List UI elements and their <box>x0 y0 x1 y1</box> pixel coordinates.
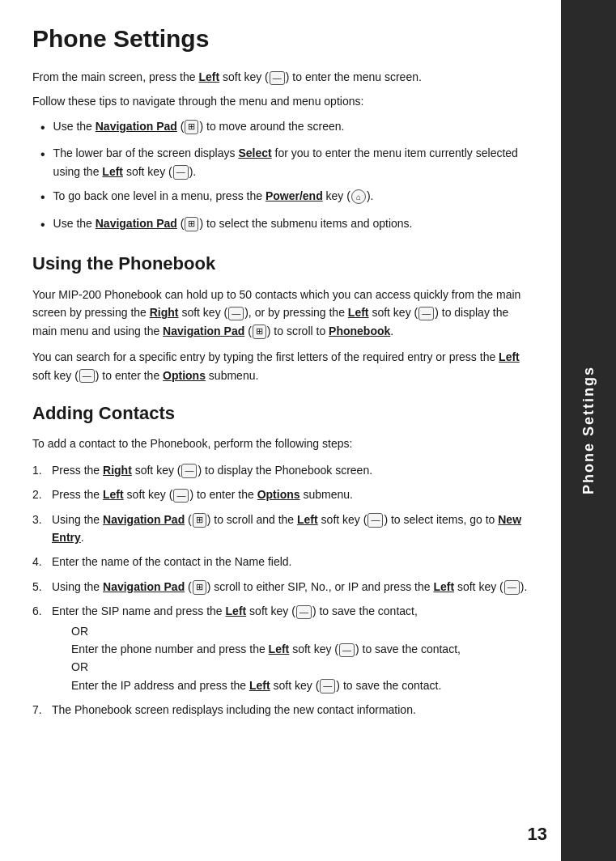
nav-pad-bold-5: Navigation Pad <box>103 580 185 593</box>
options-bold-1: Options <box>163 369 206 382</box>
adding-contacts-title: Adding Contacts <box>32 402 535 426</box>
nav-pad-icon-5: ⊞ <box>193 580 206 594</box>
step-6-or-1: OR Enter the phone number and press the … <box>71 622 535 695</box>
page-title: Phone Settings <box>32 24 535 53</box>
adding-contacts-intro: To add a contact to the Phonebook, perfo… <box>32 435 535 452</box>
left-key-icon-5: — <box>173 489 189 503</box>
step-7: 7. The Phonebook screen redisplays inclu… <box>32 701 535 719</box>
page-number: 13 <box>528 824 547 845</box>
phonebook-bold: Phonebook <box>329 324 390 337</box>
nav-pad-bold-3: Navigation Pad <box>163 324 244 337</box>
tip-item-3: To go back one level in a menu, press th… <box>40 187 535 208</box>
left-key-icon-1: — <box>270 71 285 85</box>
tip-item-2: The lower bar of the screen displays Sel… <box>40 144 535 180</box>
left-key-icon-8: — <box>296 605 312 619</box>
tips-list: Use the Navigation Pad (⊞) to move aroun… <box>40 117 535 235</box>
nav-pad-icon-1: ⊞ <box>185 120 198 134</box>
phonebook-title: Using the Phonebook <box>32 252 535 276</box>
left-bold-10: Left <box>249 679 270 692</box>
options-bold-2: Options <box>257 488 300 501</box>
sidebar-label: Phone Settings <box>561 0 616 861</box>
nav-pad-bold-2: Navigation Pad <box>96 217 177 230</box>
phonebook-paragraph-1: Your MIP-200 Phonebook can hold up to 50… <box>32 286 535 340</box>
intro-paragraph-1: From the main screen, press the Left sof… <box>32 68 535 86</box>
phonebook-paragraph-2: You can search for a specific entry by t… <box>32 348 535 384</box>
power-end-bold: Power/end <box>266 189 323 202</box>
nav-pad-icon-4: ⊞ <box>193 513 206 527</box>
main-content: Phone Settings From the main screen, pre… <box>32 24 543 719</box>
step-5: 5. Using the Navigation Pad (⊞) scroll t… <box>32 578 535 596</box>
sidebar-label-text: Phone Settings <box>580 366 597 494</box>
step-1: 1. Press the Right soft key (—) to displ… <box>32 461 535 479</box>
right-key-icon-1: — <box>228 307 244 320</box>
nav-pad-icon-3: ⊞ <box>253 324 266 338</box>
left-bold-3: Left <box>348 306 369 319</box>
step-6: 6. Enter the SIP name and press the Left… <box>32 602 535 694</box>
step-2: 2. Press the Left soft key (—) to enter … <box>32 486 535 503</box>
left-key-icon-10: — <box>320 679 335 693</box>
left-key-icon-3: — <box>418 307 434 320</box>
left-bold-8: Left <box>226 604 247 617</box>
left-key-icon-4: — <box>79 369 95 383</box>
right-bold-1: Right <box>150 306 179 319</box>
nav-pad-bold-1: Navigation Pad <box>96 120 177 133</box>
step-3: 3. Using the Navigation Pad (⊞) to scrol… <box>32 511 535 547</box>
left-key-icon-7: — <box>504 580 520 594</box>
left-bold-2: Left <box>102 165 123 178</box>
right-key-icon-2: — <box>181 464 197 477</box>
select-bold: Select <box>238 146 271 159</box>
tip-item-4: Use the Navigation Pad (⊞) to select the… <box>40 214 535 235</box>
left-bold-7: Left <box>433 580 454 593</box>
tip-item-1: Use the Navigation Pad (⊞) to move aroun… <box>40 117 535 138</box>
steps-list: 1. Press the Right soft key (—) to displ… <box>32 461 535 719</box>
left-bold-1: Left <box>198 70 219 83</box>
left-key-icon-9: — <box>339 643 355 657</box>
page-container: Phone Settings Phone Settings From the m… <box>0 0 616 861</box>
left-bold-9: Left <box>269 643 290 655</box>
intro-paragraph-2: Follow these tips to navigate through th… <box>32 92 535 110</box>
power-icon: ⌂ <box>351 189 366 204</box>
nav-pad-icon-2: ⊞ <box>185 217 198 231</box>
left-bold-6: Left <box>297 513 318 526</box>
step-4: 4. Enter the name of the contact in the … <box>32 553 535 570</box>
right-bold-2: Right <box>103 464 132 477</box>
left-bold-5: Left <box>103 488 124 501</box>
left-bold-4: Left <box>499 350 520 363</box>
left-key-icon-2: — <box>173 165 189 179</box>
nav-pad-bold-4: Navigation Pad <box>103 513 185 526</box>
left-key-icon-6: — <box>367 513 383 527</box>
